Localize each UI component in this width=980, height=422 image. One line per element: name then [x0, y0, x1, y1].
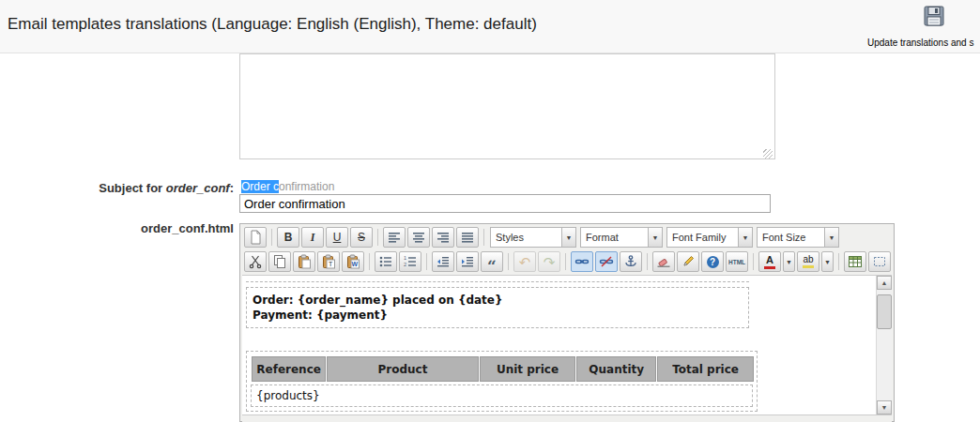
translation-textarea[interactable] — [239, 53, 775, 159]
dropdown-arrow-icon[interactable]: ▼ — [824, 228, 838, 247]
separator — [508, 253, 509, 270]
scroll-up-icon[interactable]: ▲ — [877, 276, 892, 290]
subject-autocomplete-suggestion[interactable]: Order confirmation — [241, 180, 334, 193]
scrollbar-thumb[interactable] — [877, 294, 892, 329]
products-table-header-row: Reference Product Unit price Quantity To… — [252, 356, 754, 382]
paste-icon[interactable] — [293, 251, 315, 272]
separator — [838, 253, 839, 270]
format-dropdown[interactable]: Format ▼ — [580, 227, 663, 248]
editor-content-frame: Order: {order_name} placed on {date} Pay… — [242, 275, 892, 414]
svg-text:1: 1 — [404, 255, 406, 261]
align-left-icon[interactable] — [383, 227, 406, 248]
table-header-cell: Unit price — [480, 356, 576, 382]
dropdown-arrow-icon[interactable]: ▼ — [648, 228, 662, 247]
page-title: Email templates translations (Language: … — [8, 15, 537, 34]
align-right-icon[interactable] — [432, 227, 454, 248]
styles-dropdown[interactable]: Styles ▼ — [490, 227, 576, 248]
scroll-down-icon[interactable]: ▼ — [877, 400, 892, 414]
svg-text:W: W — [352, 261, 359, 267]
unlink-icon[interactable] — [595, 251, 618, 272]
visual-aid-toggle-icon[interactable] — [868, 251, 891, 272]
undo-icon[interactable]: ↶ — [513, 251, 536, 272]
separator — [565, 253, 566, 270]
cut-icon[interactable] — [244, 251, 267, 272]
align-center-icon[interactable] — [407, 227, 430, 248]
dropdown-arrow-icon[interactable]: ▼ — [738, 228, 752, 247]
separator — [426, 253, 427, 270]
table-header-cell: Total price — [657, 356, 754, 382]
page-header: Email templates translations (Language: … — [0, 0, 980, 53]
order-info-block: Order: {order_name} placed on {date} Pay… — [246, 287, 749, 328]
separator — [369, 253, 370, 270]
indent-icon[interactable] — [456, 251, 479, 272]
separator — [753, 253, 754, 270]
paste-from-word-icon[interactable]: W — [342, 251, 364, 272]
toolbar-row-2: T W 12 “ ↶ ↷ — [243, 249, 892, 274]
wysiwyg-editor: B I U S Styles ▼ Format ▼ Font Family ▼ — [239, 223, 895, 422]
order-line: Order: {order_name} placed on {date} — [253, 294, 743, 307]
editor-statusbar — [242, 414, 892, 422]
table-header-cell: Quantity — [576, 356, 656, 382]
outdent-icon[interactable] — [432, 251, 454, 272]
separator — [647, 253, 648, 270]
font-size-dropdown[interactable]: Font Size ▼ — [757, 227, 839, 248]
background-color-dropdown-arrow-icon[interactable]: ▼ — [821, 251, 834, 272]
subject-label: Subject for order_conf: — [0, 181, 234, 195]
insert-link-icon[interactable] — [571, 251, 593, 272]
text-color-dropdown-arrow-icon[interactable]: ▼ — [783, 251, 795, 272]
cleanup-icon[interactable] — [652, 251, 675, 272]
products-placeholder: {products} — [251, 384, 753, 407]
textarea-resize-grip[interactable] — [763, 149, 773, 158]
blockquote-icon[interactable]: “ — [481, 251, 503, 272]
align-justify-icon[interactable] — [456, 227, 479, 248]
subject-input[interactable] — [239, 194, 771, 213]
bullet-list-icon[interactable] — [375, 251, 397, 272]
anchor-icon[interactable] — [620, 251, 642, 272]
edit-pencil-icon[interactable] — [677, 251, 699, 272]
help-icon[interactable]: ? — [701, 251, 724, 272]
dropdown-arrow-icon[interactable]: ▼ — [561, 228, 575, 247]
redo-icon[interactable]: ↷ — [538, 251, 560, 272]
bold-button[interactable]: B — [277, 227, 299, 248]
products-table-block: Reference Product Unit price Quantity To… — [246, 351, 758, 412]
insert-table-icon[interactable] — [844, 251, 866, 272]
background-color-icon[interactable]: ab — [797, 251, 819, 272]
suggestion-rest-text: onfirmation — [279, 180, 334, 193]
table-header-cell: Reference — [252, 356, 326, 382]
table-header-cell: Product — [327, 356, 478, 382]
text-color-icon[interactable]: A — [758, 251, 781, 272]
new-document-icon[interactable] — [244, 227, 267, 248]
products-table: Reference Product Unit price Quantity To… — [251, 355, 755, 383]
save-button-label[interactable]: Update translations and s — [867, 38, 973, 48]
underline-button[interactable]: U — [326, 227, 348, 248]
copy-icon[interactable] — [268, 251, 291, 272]
paste-as-text-icon[interactable]: T — [317, 251, 340, 272]
separator — [377, 229, 378, 246]
svg-text:T: T — [329, 261, 333, 267]
toolbar-row-1: B I U S Styles ▼ Format ▼ Font Family ▼ — [243, 225, 841, 249]
separator — [271, 229, 272, 246]
editor-file-label: order_conf.html — [0, 221, 234, 235]
numbered-list-icon[interactable]: 12 — [399, 251, 421, 272]
payment-line: Payment: {payment} — [253, 309, 743, 322]
html-source-icon[interactable]: HTML — [726, 251, 748, 272]
save-floppy-icon[interactable] — [923, 5, 945, 27]
template-block-boundary — [246, 281, 749, 282]
font-family-dropdown[interactable]: Font Family ▼ — [666, 227, 753, 248]
strikethrough-button[interactable]: S — [350, 227, 373, 248]
editable-body[interactable]: Order: {order_name} placed on {date} Pay… — [242, 276, 876, 414]
suggestion-selected-text: Order c — [241, 180, 279, 193]
separator — [483, 229, 484, 246]
italic-button[interactable]: I — [301, 227, 324, 248]
svg-text:2: 2 — [404, 262, 406, 267]
editor-scrollbar[interactable]: ▲ ▼ — [876, 276, 892, 414]
